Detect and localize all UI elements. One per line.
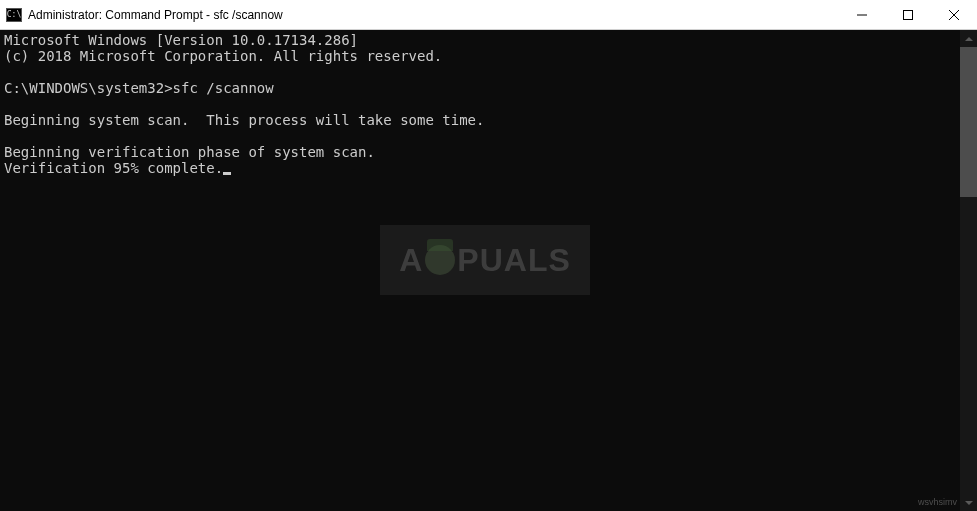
terminal-output[interactable]: Microsoft Windows [Version 10.0.17134.28…: [0, 30, 960, 511]
progress-line: Verification 95% complete.: [4, 160, 223, 176]
prompt-line: C:\WINDOWS\system32>sfc /scannow: [4, 80, 274, 96]
command-prompt-window: C:\ Administrator: Command Prompt - sfc …: [0, 0, 977, 511]
svg-marker-5: [965, 501, 973, 505]
cmd-icon: C:\: [6, 8, 22, 22]
scroll-down-button[interactable]: [960, 494, 977, 511]
output-line: Beginning system scan. This process will…: [4, 112, 484, 128]
scroll-up-button[interactable]: [960, 30, 977, 47]
title-bar[interactable]: C:\ Administrator: Command Prompt - sfc …: [0, 0, 977, 30]
output-line: (c) 2018 Microsoft Corporation. All righ…: [4, 48, 442, 64]
close-button[interactable]: [931, 0, 977, 29]
vertical-scrollbar[interactable]: [960, 30, 977, 511]
maximize-button[interactable]: [885, 0, 931, 29]
client-area: Microsoft Windows [Version 10.0.17134.28…: [0, 30, 977, 511]
output-line: Beginning verification phase of system s…: [4, 144, 375, 160]
scroll-thumb[interactable]: [960, 47, 977, 197]
svg-rect-1: [904, 10, 913, 19]
output-line: Microsoft Windows [Version 10.0.17134.28…: [4, 32, 358, 48]
title-bar-left: C:\ Administrator: Command Prompt - sfc …: [6, 8, 283, 22]
text-cursor: [223, 172, 231, 175]
minimize-button[interactable]: [839, 0, 885, 29]
scroll-track[interactable]: [960, 47, 977, 494]
window-title: Administrator: Command Prompt - sfc /sca…: [28, 8, 283, 22]
svg-marker-4: [965, 37, 973, 41]
window-controls: [839, 0, 977, 29]
